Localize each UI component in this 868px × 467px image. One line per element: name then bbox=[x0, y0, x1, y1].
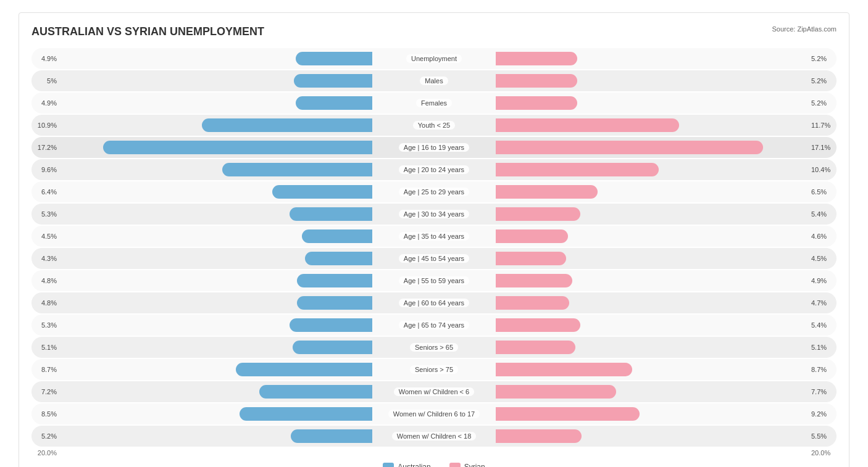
center-label-cell: Women w/ Children 6 to 17 bbox=[372, 410, 496, 418]
center-label-cell: Age | 25 to 29 years bbox=[372, 188, 496, 196]
val-right: 5.2% bbox=[809, 55, 837, 62]
bar-blue bbox=[305, 252, 372, 265]
bar-right-container bbox=[496, 429, 809, 443]
bar-left-container bbox=[59, 296, 372, 310]
category-label: Youth < 25 bbox=[413, 121, 456, 130]
center-label-cell: Youth < 25 bbox=[372, 122, 496, 129]
bar-blue bbox=[259, 385, 372, 399]
chart-source: Source: ZipAtlas.com bbox=[772, 25, 837, 33]
bar-left-container bbox=[59, 407, 372, 421]
val-right: 5.4% bbox=[809, 210, 837, 218]
center-label-cell: Unemployment bbox=[372, 55, 496, 62]
center-label-cell: Age | 55 to 59 years bbox=[372, 277, 496, 284]
bar-pink bbox=[496, 52, 577, 65]
bar-pink bbox=[496, 252, 566, 265]
bar-right-container bbox=[496, 318, 809, 332]
val-right: 4.5% bbox=[809, 255, 837, 262]
bar-right-container bbox=[496, 229, 809, 243]
bar-left-container bbox=[59, 229, 372, 243]
val-right: 5.2% bbox=[809, 99, 837, 107]
bar-row: 5% Males 5.2% bbox=[31, 70, 837, 91]
bar-row: 4.3% Age | 45 to 54 years 4.5% bbox=[31, 248, 837, 269]
bar-left-container bbox=[59, 185, 372, 199]
val-right: 17.1% bbox=[809, 144, 837, 151]
category-label: Women w/ Children < 18 bbox=[392, 432, 477, 440]
bar-left-container bbox=[59, 341, 372, 354]
center-label-cell: Women w/ Children < 6 bbox=[372, 388, 496, 395]
chart-area: 4.9% Unemployment 5.2% 5% Males 5.2% bbox=[31, 48, 837, 447]
val-left: 17.2% bbox=[31, 144, 59, 151]
val-left: 5.3% bbox=[31, 321, 59, 329]
bar-blue bbox=[290, 207, 372, 221]
center-label-cell: Age | 20 to 24 years bbox=[372, 166, 496, 173]
legend-item-australian: Australian bbox=[383, 463, 430, 467]
bar-left-container bbox=[59, 141, 372, 154]
center-label-cell: Age | 35 to 44 years bbox=[372, 233, 496, 240]
center-label-cell: Seniors > 65 bbox=[372, 344, 496, 351]
bar-blue bbox=[272, 185, 372, 199]
val-left: 4.3% bbox=[31, 255, 59, 262]
val-left: 4.9% bbox=[31, 99, 59, 107]
val-right: 5.2% bbox=[809, 77, 837, 85]
bar-blue bbox=[297, 274, 372, 287]
bar-pink bbox=[496, 363, 632, 376]
bar-right-container bbox=[496, 185, 809, 199]
chart-container: AUSTRALIAN VS SYRIAN UNEMPLOYMENT Source… bbox=[19, 12, 849, 467]
center-label-cell: Age | 16 to 19 years bbox=[372, 144, 496, 151]
bar-pink bbox=[496, 185, 598, 199]
bar-blue bbox=[291, 429, 372, 443]
bar-pink bbox=[496, 207, 580, 221]
category-label: Age | 45 to 54 years bbox=[399, 254, 469, 263]
bar-blue bbox=[296, 96, 372, 110]
bar-blue bbox=[103, 141, 372, 154]
bar-right-container bbox=[496, 363, 809, 376]
bar-pink bbox=[496, 385, 616, 399]
center-label-cell: Age | 65 to 74 years bbox=[372, 321, 496, 329]
bar-row: 8.5% Women w/ Children 6 to 17 9.2% bbox=[31, 403, 837, 424]
val-left: 10.9% bbox=[31, 122, 59, 129]
bar-blue bbox=[222, 163, 372, 176]
bar-pink bbox=[496, 318, 580, 332]
val-right: 5.4% bbox=[809, 321, 837, 329]
bar-left-container bbox=[59, 96, 372, 110]
val-right: 5.1% bbox=[809, 344, 837, 351]
bar-row: 5.1% Seniors > 65 5.1% bbox=[31, 337, 837, 358]
bar-blue bbox=[297, 296, 372, 310]
val-left: 9.6% bbox=[31, 166, 59, 173]
bar-right-container bbox=[496, 96, 809, 110]
center-label-cell: Age | 45 to 54 years bbox=[372, 255, 496, 262]
center-label-cell: Age | 60 to 64 years bbox=[372, 299, 496, 307]
legend-label-syrian: Syrian bbox=[464, 463, 485, 467]
bar-blue bbox=[294, 74, 372, 88]
bar-pink bbox=[496, 429, 582, 443]
bar-row: 9.6% Age | 20 to 24 years 10.4% bbox=[31, 159, 837, 180]
bar-row: 4.9% Unemployment 5.2% bbox=[31, 48, 837, 69]
bar-pink bbox=[496, 141, 763, 154]
category-label: Age | 25 to 29 years bbox=[399, 188, 469, 196]
val-left: 5.3% bbox=[31, 210, 59, 218]
bar-left-container bbox=[59, 318, 372, 332]
category-label: Age | 30 to 34 years bbox=[399, 210, 469, 218]
category-label: Seniors > 65 bbox=[410, 343, 458, 352]
axis-right: 20.0% bbox=[809, 449, 837, 457]
bar-left-container bbox=[59, 118, 372, 132]
bar-row: 4.5% Age | 35 to 44 years 4.6% bbox=[31, 226, 837, 247]
bar-row: 5.3% Age | 65 to 74 years 5.4% bbox=[31, 315, 837, 336]
bar-pink bbox=[496, 341, 575, 354]
bar-right-container bbox=[496, 274, 809, 287]
bar-blue bbox=[296, 52, 372, 65]
val-left: 4.9% bbox=[31, 55, 59, 62]
val-left: 4.5% bbox=[31, 233, 59, 240]
val-right: 8.7% bbox=[809, 366, 837, 373]
bar-blue bbox=[302, 229, 372, 243]
center-label-cell: Women w/ Children < 18 bbox=[372, 432, 496, 440]
category-label: Age | 60 to 64 years bbox=[399, 299, 469, 307]
category-label: Women w/ Children 6 to 17 bbox=[388, 410, 480, 418]
val-right: 4.7% bbox=[809, 299, 837, 307]
val-right: 11.7% bbox=[809, 122, 837, 129]
val-left: 8.7% bbox=[31, 366, 59, 373]
val-left: 5% bbox=[31, 77, 59, 85]
bar-right-container bbox=[496, 296, 809, 310]
val-right: 4.9% bbox=[809, 277, 837, 284]
bar-row: 4.9% Females 5.2% bbox=[31, 93, 837, 114]
